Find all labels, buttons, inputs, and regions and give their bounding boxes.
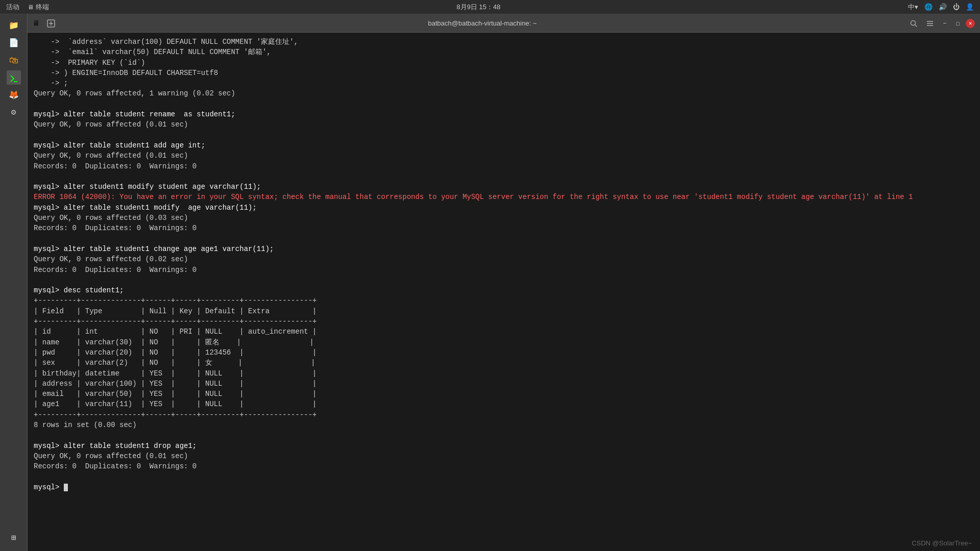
sidebar-icon-terminal[interactable] <box>7 70 21 85</box>
sidebar-icon-files[interactable]: 📁 <box>7 18 21 33</box>
watermark: CSDN @SolarTree~ <box>912 539 972 547</box>
svg-line-6 <box>915 24 917 27</box>
terminal-titlebar: 🖥 batbach@batbach-virtual-machine: ~ – ☐… <box>28 14 980 33</box>
terminal-main: 🖥 batbach@batbach-virtual-machine: ~ – ☐… <box>28 14 980 551</box>
terminal-title: batbach@batbach-virtual-machine: ~ <box>58 19 906 27</box>
account-icon[interactable]: 👤 <box>966 3 974 11</box>
terminal-text: -> `address` varchar(100) DEFAULT NULL C… <box>34 38 913 470</box>
network-icon: 🌐 <box>924 3 933 11</box>
terminal-wrapper: 📁 📄 🛍 🦊 ⚙ ⊞ 🖥 batbach@batbach-virtual-ma… <box>0 14 980 551</box>
maximize-button[interactable]: ☐ <box>952 18 964 29</box>
minimize-button[interactable]: – <box>939 18 950 29</box>
system-bar: 活动 🖥 终端 8月9日 15：48 中▾ 🌐 🔊 ⏻ 👤 <box>0 0 980 14</box>
power-icon[interactable]: ⏻ <box>953 3 960 11</box>
application-sidebar: 📁 📄 🛍 🦊 ⚙ ⊞ <box>0 14 28 551</box>
systembar-left: 活动 🖥 终端 <box>6 3 49 12</box>
sidebar-icon-store[interactable]: 🛍 <box>7 53 21 67</box>
volume-icon[interactable]: 🔊 <box>939 3 947 11</box>
titlebar-controls: – ☐ ✕ <box>906 16 975 31</box>
terminal-prompt-line: mysql> <box>34 483 68 491</box>
terminal-output[interactable]: -> `address` varchar(100) DEFAULT NULL C… <box>28 33 980 551</box>
systembar-datetime: 8月9日 15：48 <box>457 3 501 12</box>
hamburger-button[interactable] <box>923 16 937 31</box>
sidebar-grid-button[interactable]: ⊞ <box>7 531 21 545</box>
new-tab-icon[interactable] <box>44 16 58 31</box>
titlebar-icon: 🖥 <box>33 19 40 28</box>
terminal-cursor <box>64 484 68 491</box>
sidebar-icon-firefox[interactable]: 🦊 <box>7 88 21 102</box>
input-method[interactable]: 中▾ <box>908 3 918 12</box>
titlebar-left: 🖥 <box>33 16 58 31</box>
sidebar-icon-settings[interactable]: ⚙ <box>7 105 21 119</box>
close-button[interactable]: ✕ <box>966 19 975 28</box>
systembar-right: 中▾ 🌐 🔊 ⏻ 👤 <box>908 3 974 12</box>
sidebar-icon-document[interactable]: 📄 <box>7 36 21 50</box>
search-button[interactable] <box>906 16 921 31</box>
app-menu[interactable]: 🖥 终端 <box>28 3 49 12</box>
activity-label[interactable]: 活动 <box>6 3 19 12</box>
prompt-text: mysql> <box>34 483 64 491</box>
